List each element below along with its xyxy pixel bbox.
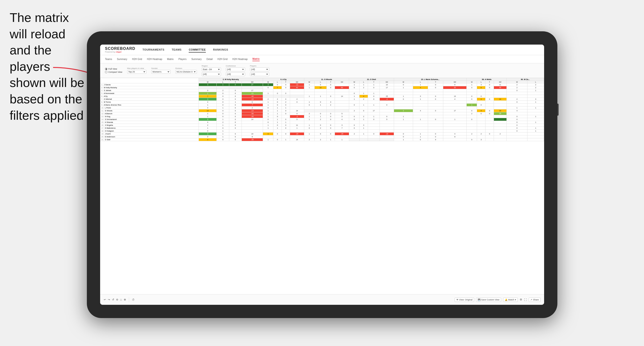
sub-nav-h2h-grid2[interactable]: H2H Grid — [218, 57, 228, 61]
player-name: 10. L Perini — [100, 107, 199, 109]
max-players-select[interactable]: Top 25 — [127, 70, 146, 74]
reset-button[interactable]: ↺ — [112, 298, 114, 301]
fullscreen-button[interactable]: ⛶ — [524, 298, 527, 301]
sub-t5: T — [428, 81, 443, 83]
table-row: 12. A Bianchi 2 0 0 -58 1 1 0 4 2 0 0 5 — [100, 112, 544, 115]
division-select[interactable]: NCAA Division II — [176, 70, 197, 74]
table-row: 14. S Srichantamit 3 1 0 14 0 1 0 5 1 2 … — [100, 118, 544, 121]
sub-nav-summary2[interactable]: Summary — [191, 57, 202, 61]
col-header-webb: 38. A Webb — [467, 78, 507, 81]
matrix-table: 2. M Kelly Mulcahy 6. A Dy 11. G Woods 2… — [100, 78, 544, 141]
bell-icon: 🔔 — [505, 299, 508, 301]
tablet-screen: SCOREBOARD Powered by clippd TOURNAMENTS… — [100, 45, 544, 305]
sub-nav-h2h-grid1[interactable]: H2H Grid — [132, 57, 142, 61]
players-select[interactable]: (All) — [250, 67, 269, 71]
compact-view-option[interactable]: Compact View — [105, 71, 122, 73]
sub-w5: W — [394, 81, 413, 83]
table-row: 16. X Mcgaha 2 1 0 1 0 0 11 1 0 0 3 0 — [100, 124, 544, 127]
table-row: 17. D Ballesteros 1 0 0 1 1 0 1 0 2 0 7 … — [100, 127, 544, 130]
table-row: 8. M Torres 0 0 1 0 1 0 2 0 1 0 3 — [100, 101, 544, 104]
sub-nav-summary1[interactable]: Summary — [117, 57, 127, 61]
sub-w6: W — [467, 81, 477, 83]
share-button[interactable]: ↗ Share — [529, 298, 540, 302]
player-name: 12. A Bianchi — [100, 112, 199, 115]
sub-nav-matrix2[interactable]: Matrix — [252, 57, 260, 61]
redo-button[interactable]: ↪ — [108, 298, 110, 301]
player-name: 13. N Klug — [100, 115, 199, 118]
nav-items: TOURNAMENTS TEAMS COMMITTEE RANKINGS — [142, 47, 228, 52]
chevron-down-icon: ▾ — [515, 299, 516, 301]
view-options: Full View Compact View — [105, 68, 122, 73]
sub-nav-h2h-heatmap1[interactable]: H2H Heatmap — [147, 57, 162, 61]
matrix-corner — [100, 78, 199, 83]
sub-nav-matrix1[interactable]: Matrix — [167, 57, 174, 61]
sub-l4: L — [360, 81, 368, 83]
player-name: 19. J Karrh — [100, 133, 199, 135]
player-name: 17. D Ballesteros — [100, 127, 199, 130]
nav-teams[interactable]: TEAMS — [172, 47, 182, 52]
compact-view-radio[interactable] — [105, 71, 107, 73]
conference-filter: Conference (All) (All) — [226, 65, 245, 76]
region-select[interactable]: East - DII — [202, 67, 221, 71]
player-name: 5. A Nomrowski — [100, 92, 199, 95]
players-filter: Players (All) (All) — [250, 65, 269, 76]
sub-l5: L — [413, 81, 428, 83]
zoom-reset-button[interactable]: □ — [120, 298, 122, 301]
full-view-radio[interactable] — [105, 68, 107, 70]
sub-t6: T — [485, 81, 494, 83]
gender-select[interactable]: Women's — [151, 70, 170, 74]
sub-nav-h2h-heatmap2[interactable]: H2H Heatmap — [232, 57, 248, 61]
conference-sub-select[interactable]: (All) — [226, 72, 245, 76]
player-name: 16. X Mcgaha — [100, 124, 199, 127]
col-header-stoll: 21. O Stoll — [349, 78, 394, 81]
timer-button[interactable]: ⏱ — [132, 298, 135, 301]
sub-nav-teams[interactable]: Teams — [105, 57, 112, 61]
view-original-button[interactable]: 👁 View: Original — [454, 298, 474, 302]
sub-nav-detail[interactable]: Detail — [206, 57, 213, 61]
players-label: Players — [250, 65, 269, 67]
division-filter: Division NCAA Division II — [176, 67, 197, 74]
settings-button[interactable]: ⚙ — [520, 298, 522, 301]
save-custom-button[interactable]: 💾 Save Custom View — [476, 298, 501, 302]
table-row: 15. H Stranda 0 2 0 0 1 1 — [100, 121, 544, 124]
player-name: 6. A Dy — [100, 95, 199, 98]
sub-w4: W — [349, 81, 360, 83]
nav-bar: SCOREBOARD Powered by clippd TOURNAMENTS… — [100, 45, 544, 55]
player-name: 14. S Srichantamit — [100, 118, 199, 121]
matrix-content[interactable]: 2. M Kelly Mulcahy 6. A Dy 11. G Woods 2… — [100, 78, 544, 296]
sub-l7: L — [528, 81, 544, 83]
zoom-out-button[interactable]: ⊖ — [116, 298, 118, 301]
table-row: 19. J Karrh 3 1 0 19 4 0 0 -20 1 0 0 -35… — [100, 133, 544, 135]
region-sub-select[interactable]: (All) — [202, 72, 221, 76]
sub-l1: L — [217, 81, 229, 83]
table-row: 10. L Perini 0 1 0 2 0 1 1 — [100, 107, 544, 109]
annotation-text: The matrix will reload and the players s… — [10, 10, 87, 124]
logo-powered: Powered by clippd — [105, 51, 135, 53]
players-sub-select[interactable]: (All) — [250, 72, 269, 76]
sub-dif3: Dif — [335, 81, 349, 83]
region-filter: Region East - DII (All) — [202, 65, 221, 76]
table-row: 1. J Garcia 3 1 0 27 3 0 0 -11 1 0 0 1 — [100, 83, 544, 86]
zoom-in-button[interactable]: ⊕ — [124, 298, 126, 301]
nav-rankings[interactable]: RANKINGS — [213, 47, 228, 52]
table-row: 7. O Mitchell 3 0 0 -18 2 2 0 2 1 — [100, 98, 544, 101]
conference-select[interactable]: (All) — [226, 67, 245, 71]
sub-l3: L — [314, 81, 326, 83]
sub-dif5: Dif — [443, 81, 467, 83]
sub-t4: T — [368, 81, 380, 83]
full-view-label: Full View — [108, 68, 117, 70]
sub-dif1: Dif — [242, 81, 263, 83]
nav-tournaments[interactable]: TOURNAMENTS — [142, 47, 164, 52]
max-players-label: Max players in view — [127, 67, 146, 69]
nav-committee[interactable]: COMMITTEE — [189, 47, 206, 52]
player-name: 20. E Andersson — [100, 135, 199, 138]
table-row: 2. M Kelly Mulcahy 0 7 0 40 1 10 0 50 0 — [100, 86, 544, 89]
watch-button[interactable]: 🔔 Watch ▾ — [503, 298, 518, 302]
undo-button[interactable]: ↩ — [104, 298, 106, 301]
full-view-option[interactable]: Full View — [105, 68, 122, 70]
sub-nav-players[interactable]: Players — [178, 57, 186, 61]
table-row: 3. S Jelinek 0 2 0 17 — [100, 89, 544, 92]
player-name: 11. G Woods — [100, 109, 199, 112]
table-row: 5. A Nomrowski 1 0 0 -11 1 0 0 0 — [100, 92, 544, 95]
sub-w3: W — [304, 81, 314, 83]
